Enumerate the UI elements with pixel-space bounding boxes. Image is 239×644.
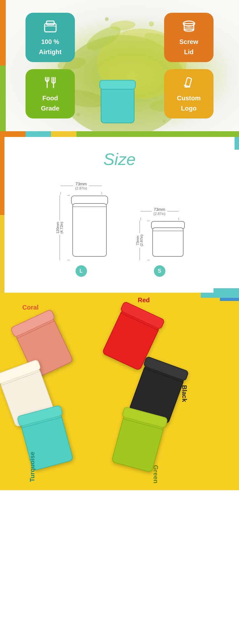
- features-section: 100 % Airtight Screw Lid: [0, 0, 239, 137]
- svg-rect-20: [47, 21, 54, 25]
- size-left-orange: [0, 137, 4, 215]
- screw-lid-icon: [181, 19, 197, 35]
- cans-grid: Coral Red Ivory: [0, 293, 239, 477]
- large-tick-top: [61, 192, 102, 195]
- left-accent-green: [0, 66, 6, 131]
- badge-screw-lid: Screw Lid: [164, 13, 214, 62]
- size-right-accent: [235, 137, 239, 150]
- left-accent-orange: [0, 0, 6, 66]
- large-tick-side: [67, 195, 70, 260]
- food-grade-label: Food: [42, 94, 58, 102]
- large-height-label: 120mm (4.72in): [56, 222, 63, 233]
- size-section: Size 73mm (2.87in): [0, 137, 239, 293]
- colors-section: Coral Red Ivory: [0, 293, 239, 490]
- size-badge-small: S: [154, 265, 165, 277]
- strip-green: [76, 131, 239, 137]
- custom-logo-label: Custom: [177, 94, 200, 102]
- small-height-dim: 73mm (2.87in): [134, 221, 145, 260]
- food-grade-icon: [42, 75, 58, 92]
- turquoise-label: Turquoise: [29, 452, 36, 482]
- badge-custom-logo: Custom Logo: [164, 69, 214, 118]
- size-right-teal: [235, 137, 239, 150]
- strip-orange: [0, 131, 25, 137]
- svg-rect-29: [185, 77, 192, 87]
- green-can-container: Green: [115, 409, 163, 474]
- diagram-large: 73mm (2.87in) 120mm (4.72in): [54, 182, 108, 277]
- food-grade-label2: Grade: [41, 104, 60, 112]
- badges-container: 100 % Airtight Screw Lid: [0, 13, 239, 118]
- small-tick-top: [141, 218, 179, 220]
- turquoise-can-container: Turquoise: [22, 407, 70, 472]
- screw-lid-label: Screw: [179, 38, 198, 46]
- bottom-strip: [0, 131, 239, 137]
- small-height-label: 73mm (2.87in): [136, 234, 143, 246]
- strip-teal: [25, 131, 51, 137]
- airtight-icon: [42, 19, 59, 35]
- strip-yellow: [51, 131, 76, 137]
- small-tick-side: [147, 221, 150, 260]
- size-title: Size: [0, 150, 239, 169]
- screw-lid-label2: Lid: [184, 48, 194, 56]
- large-can-with-side-dim: 120mm (4.72in): [54, 195, 108, 260]
- large-width-label: 73mm (2.87in): [75, 182, 87, 190]
- custom-logo-label2: Logo: [181, 104, 197, 112]
- custom-logo-icon: [181, 75, 197, 92]
- badge-airtight: 100 % Airtight: [25, 13, 75, 62]
- size-badge-large: L: [76, 265, 87, 277]
- svg-rect-33: [73, 204, 106, 256]
- small-width-label: 73mm (2.87in): [154, 207, 165, 216]
- airtight-label: 100 %: [41, 38, 59, 46]
- large-width-dim: 73mm (2.87in): [61, 182, 102, 190]
- size-left-yellow: [0, 215, 4, 293]
- red-label: Red: [138, 297, 150, 304]
- small-can-with-side-dim: 73mm (2.87in): [134, 221, 185, 260]
- small-can-outline: [151, 221, 185, 260]
- small-width-dim: 73mm (2.87in): [141, 207, 179, 216]
- size-left-accent: [0, 137, 4, 293]
- large-height-dim: 120mm (4.72in): [54, 195, 65, 260]
- diagrams-container: 73mm (2.87in) 120mm (4.72in): [0, 182, 239, 283]
- coral-label: Coral: [22, 304, 39, 311]
- badge-food-grade: Food Grade: [25, 69, 75, 118]
- large-can-outline: [71, 195, 108, 260]
- airtight-label2: Airtight: [39, 48, 62, 56]
- diagram-small: 73mm (2.87in) 73mm (2.87in): [134, 207, 185, 277]
- left-accent: [0, 0, 6, 131]
- svg-rect-36: [153, 228, 183, 256]
- size-bottom-accent: [214, 288, 239, 293]
- green-label: Green: [152, 465, 159, 483]
